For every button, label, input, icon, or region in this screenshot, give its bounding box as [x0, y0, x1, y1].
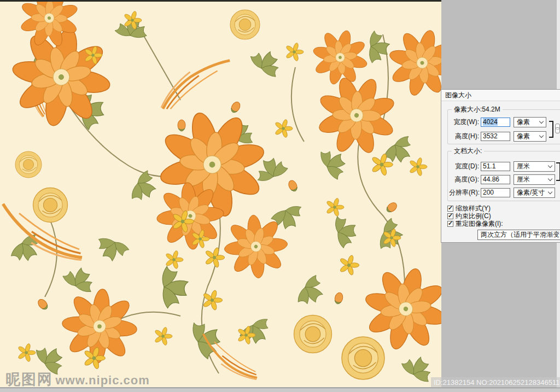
scale-styles-checkbox[interactable]: [447, 206, 453, 212]
constrain-proportions-checkbox[interactable]: [447, 213, 453, 219]
document-size-group: 文档大小: 宽度(D): 51.1 厘米 高度(G): 44.86 厘米 分辨率…: [447, 151, 560, 201]
image-id-watermark: ID:21382154 NO:20210625212834651102: [431, 377, 560, 388]
chevron-down-icon: [548, 189, 552, 194]
chevron-down-icon: [539, 133, 544, 137]
pixel-width-label: 宽度(W):: [449, 118, 479, 127]
site-url-text: www.nipic.com: [55, 373, 149, 387]
pixel-height-label: 高度(H):: [449, 132, 479, 141]
pixel-link-bracket: [549, 121, 553, 138]
doc-width-label: 宽度(D):: [449, 162, 479, 171]
doc-width-input[interactable]: 51.1: [481, 162, 510, 171]
app-window: 图像大小 像素大小:54.2M 宽度(W): 4024 像素 高度(H): 35…: [0, 0, 560, 392]
resample-image-label: 重定图像像素(I):: [456, 219, 503, 229]
resample-method-select[interactable]: 两次立方（适用于平滑渐变）: [477, 230, 560, 240]
pixel-dimensions-label: 像素大小:54.2M: [452, 106, 503, 113]
status-bar: [0, 388, 560, 392]
document-link-bracket: [556, 162, 560, 181]
site-watermark: 昵图网 www.nipic.com: [5, 370, 150, 389]
chevron-down-icon: [539, 119, 544, 123]
canvas-top-edge: [0, 0, 441, 2]
doc-width-unit-select[interactable]: 厘米: [514, 161, 555, 172]
chevron-down-icon: [548, 163, 552, 167]
site-logo-text: 昵图网: [5, 371, 53, 388]
doc-height-unit-select[interactable]: 厘米: [514, 174, 555, 185]
resolution-label: 分辨率(R):: [449, 188, 479, 197]
floral-pattern-image: [0, 2, 441, 387]
dialog-title[interactable]: 图像大小: [441, 90, 560, 101]
pixel-height-unit-select[interactable]: 像素: [514, 131, 546, 142]
image-size-dialog: 图像大小 像素大小:54.2M 宽度(W): 4024 像素 高度(H): 35…: [441, 89, 560, 243]
resolution-input[interactable]: 200: [481, 188, 510, 197]
chevron-down-icon: [548, 176, 552, 180]
doc-height-label: 高度(G):: [449, 175, 479, 184]
pixel-width-unit-select[interactable]: 像素: [514, 117, 546, 127]
pixel-height-input[interactable]: 3532: [481, 132, 510, 141]
document-size-label: 文档大小:: [452, 147, 484, 155]
doc-height-input[interactable]: 44.86: [481, 175, 510, 184]
pixel-width-input[interactable]: 4024: [481, 118, 510, 127]
resolution-unit-select[interactable]: 像素/英寸: [514, 188, 555, 198]
link-icon: [555, 124, 559, 133]
pixel-dimensions-group: 像素大小:54.2M 宽度(W): 4024 像素 高度(H): 3532 像素: [447, 109, 560, 144]
resample-image-checkbox[interactable]: [447, 221, 453, 227]
